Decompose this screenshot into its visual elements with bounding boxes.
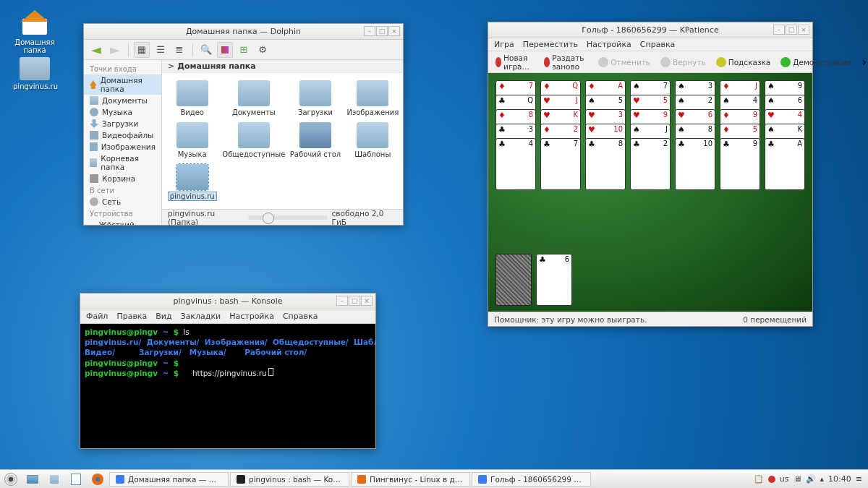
folder-item[interactable]: Видео (165, 80, 219, 116)
dolphin-breadcrumb[interactable]: > Домашняя папка (162, 60, 403, 73)
menu-item[interactable]: Правка (116, 312, 147, 321)
sidebar-item[interactable]: Музыка (84, 106, 161, 118)
sidebar-item[interactable]: Корневая папка (84, 153, 161, 173)
menu-item[interactable]: Справка (283, 312, 318, 321)
playing-card[interactable]: ♣7 (540, 138, 581, 190)
icons-view-button[interactable]: ▦ (134, 42, 150, 58)
terminal[interactable]: pingvinus@pingv ~ $ lspingvinus.ru/ Доку… (80, 324, 375, 448)
menu-item[interactable]: Справка (640, 40, 675, 49)
toolbar-overflow[interactable]: › (859, 55, 868, 69)
text-editor-launcher[interactable] (67, 472, 85, 487)
sidebar-item[interactable]: Видеофайлы (84, 129, 161, 141)
folder-item[interactable]: Документы (222, 80, 285, 116)
tray-expand[interactable]: ▴ (820, 474, 825, 484)
playing-card[interactable]: ♣A (765, 138, 805, 190)
stock-pile[interactable] (495, 254, 532, 306)
menu-item[interactable]: Файл (86, 312, 108, 321)
kpatience-menubar[interactable]: ИграПереместитьНастройкаСправка (488, 38, 812, 51)
split-button[interactable]: ⊞ (236, 42, 252, 58)
app-launcher[interactable] (2, 472, 20, 487)
sidebar-item[interactable]: Жёсткий диск (8,8 ГиБ) (84, 219, 161, 225)
card-pile[interactable]: ♠3♠2♥6♠8♣10 (675, 80, 715, 186)
kpatience-titlebar[interactable]: Гольф - 1860656299 — KPatience – □ × (488, 22, 812, 38)
menu-item[interactable]: Вид (156, 312, 171, 321)
forward-button[interactable]: ► (107, 42, 123, 58)
hint-button[interactable]: Подсказка (713, 55, 774, 69)
taskbar-task[interactable]: pingvinus : bash — Konsole (230, 472, 349, 487)
menu-item[interactable]: Настройка (229, 312, 274, 321)
new-game-button[interactable]: Новая игра… (493, 51, 537, 73)
minimize-button[interactable]: – (336, 296, 348, 306)
sidebar-item[interactable]: Корзина (84, 173, 161, 184)
close-button[interactable]: × (361, 296, 373, 306)
keyboard-layout[interactable]: us (780, 474, 789, 484)
menu-item[interactable]: Закладки (181, 312, 221, 321)
taskbar-task[interactable]: Пингвинус - Linux в деталях - Mozi… (351, 472, 470, 487)
game-felt[interactable]: ♦7♣Q♦8♣3♣4♦Q♥J♥K♦2♣7♦A♠5♥3♥10♣8♠7♥5♥9♠J♣… (488, 73, 812, 312)
minimize-button[interactable]: – (773, 25, 785, 35)
menu-item[interactable]: Переместить (523, 40, 578, 49)
folder-item[interactable]: Общедоступные (222, 122, 285, 158)
playing-card[interactable]: ♣8 (585, 138, 626, 190)
redeal-button[interactable]: Раздать заново (541, 51, 591, 73)
card-pile[interactable]: ♠7♥5♥9♠J♣2 (630, 80, 671, 186)
clock[interactable]: 10:40 (828, 474, 851, 484)
folder-item[interactable]: Шаблоны (346, 122, 400, 158)
menu-item[interactable]: Игра (494, 40, 514, 49)
record-indicator-icon[interactable] (768, 476, 775, 483)
waste-card[interactable]: ♣6 (536, 254, 572, 306)
kpatience-window[interactable]: Гольф - 1860656299 — KPatience – □ × Игр… (488, 22, 813, 327)
minimize-button[interactable]: – (364, 26, 375, 36)
close-button[interactable]: × (798, 25, 809, 35)
playing-card[interactable]: ♣10 (675, 138, 715, 190)
search-button[interactable]: 🔍 (198, 42, 214, 58)
details-view-button[interactable]: ≣ (171, 42, 187, 58)
compact-view-button[interactable]: ☰ (153, 42, 169, 58)
playing-card[interactable]: ♣9 (720, 138, 760, 190)
show-desktop[interactable] (24, 472, 41, 487)
menu-item[interactable]: Настройка (587, 40, 631, 49)
dolphin-titlebar[interactable]: Домашняя папка — Dolphin – □ × (84, 24, 403, 40)
folder-item[interactable]: Рабочий стол (288, 122, 342, 158)
folder-item[interactable]: Изображения (346, 80, 400, 116)
konsole-titlebar[interactable]: pingvinus : bash — Konsole – □ × (80, 294, 375, 309)
playing-card[interactable]: ♣4 (495, 138, 536, 190)
folder-item[interactable]: Музыка (165, 122, 219, 158)
konsole-menubar[interactable]: ФайлПравкаВидЗакладкиНастройкаСправка (80, 309, 375, 324)
card-pile[interactable]: ♦J♠4♦9♦5♣9 (720, 80, 760, 186)
card-pile[interactable]: ♦Q♥J♥K♦2♣7 (540, 80, 581, 186)
playing-card[interactable]: ♣2 (630, 138, 671, 190)
zoom-slider[interactable] (248, 215, 328, 220)
display-icon[interactable]: 🖥 (793, 474, 801, 484)
sidebar-item[interactable]: Загрузки (84, 118, 161, 129)
dolphin-window[interactable]: Домашняя папка — Dolphin – □ × ◄ ► ▦ ☰ ≣… (83, 23, 404, 226)
maximize-button[interactable]: □ (349, 296, 360, 306)
desktop-icon-Домашняя папка[interactable]: Домашняя папка (13, 10, 56, 54)
maximize-button[interactable]: □ (786, 25, 797, 35)
preview-button[interactable] (217, 42, 233, 58)
maximize-button[interactable]: □ (376, 26, 388, 36)
card-pile[interactable]: ♦A♠5♥3♥10♣8 (585, 80, 626, 186)
folder-item[interactable]: Загрузки (288, 80, 342, 116)
sidebar-item[interactable]: Домашняя папка (84, 74, 161, 95)
volume-icon[interactable]: 🔊 (806, 474, 816, 484)
konsole-window[interactable]: pingvinus : bash — Konsole – □ × ФайлПра… (80, 293, 376, 449)
taskbar-task[interactable]: Гольф - 1860656299 — KPatience (472, 472, 591, 487)
card-pile[interactable]: ♦7♣Q♦8♣3♣4 (495, 80, 536, 186)
sidebar-item[interactable]: Документы (84, 95, 161, 106)
control-button[interactable]: ⚙ (255, 42, 271, 58)
dolphin-iconview[interactable]: ВидеоДокументыЗагрузкиИзображенияМузыкаО… (162, 73, 403, 209)
back-button[interactable]: ◄ (88, 42, 104, 58)
card-pile[interactable]: ♠9♠6♥4♠K♣A (765, 80, 805, 186)
sidebar-item[interactable]: Изображения (84, 141, 161, 153)
sidebar-item[interactable]: Сеть (84, 196, 161, 207)
file-manager-launcher[interactable] (46, 472, 63, 487)
demo-button[interactable]: Демонстрация (778, 55, 854, 69)
clipboard-icon[interactable]: 📋 (754, 474, 764, 484)
firefox-launcher[interactable] (89, 472, 106, 487)
taskbar-task[interactable]: Домашняя папка — Dolphin (109, 472, 229, 487)
folder-item[interactable]: pingvinus.ru (165, 164, 219, 200)
desktop-icon-pingvinus.ru[interactable]: pingvinus.ru (13, 57, 56, 90)
close-button[interactable]: × (388, 26, 400, 36)
menu-icon[interactable]: ≡ (856, 474, 862, 484)
